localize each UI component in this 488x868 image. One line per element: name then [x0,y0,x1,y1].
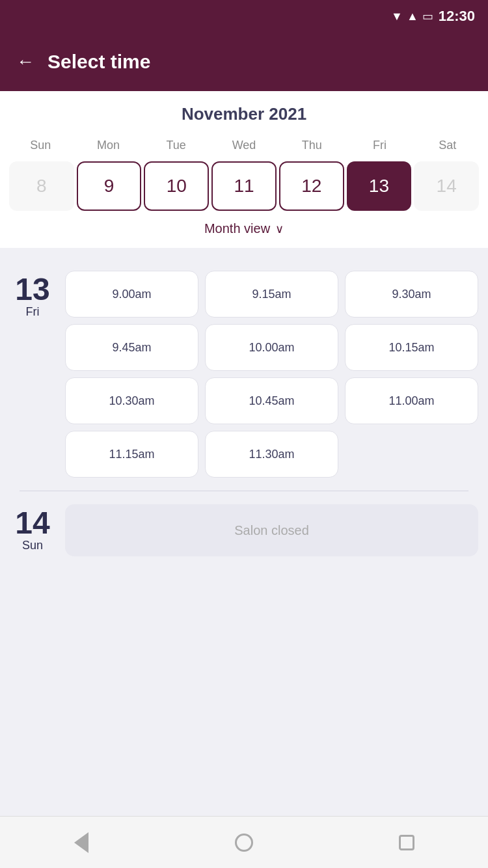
time-slot-1100[interactable]: 11.00am [345,377,478,424]
battery-icon: ▭ [422,9,433,23]
day-section-14: 14 Sun Salon closed [10,495,478,566]
bottom-nav [0,816,488,868]
closed-slot: Salon closed [65,504,478,556]
month-year-label: November 2021 [7,104,481,124]
day-header-wed: Wed [210,136,278,155]
day-cell-8[interactable]: 8 [9,161,74,211]
slots-container: 13 Fri 9.00am 9.15am 9.30am 9.45am 10.00… [0,248,488,579]
month-view-toggle[interactable]: Month view ∨ [7,211,481,248]
calendar-section: November 2021 Sun Mon Tue Wed Thu Fri Sa… [0,91,488,248]
header: ← Select time [0,33,488,91]
time-slot-1030[interactable]: 10.30am [65,377,198,424]
status-bar: ▼ ▲ ▭ 12:30 [0,0,488,33]
status-icons: ▼ ▲ ▭ [391,9,433,23]
nav-home-button[interactable] [228,826,260,859]
page-title: Select time [47,51,150,73]
time-slot-1130[interactable]: 11.30am [205,431,338,478]
back-nav-icon [74,832,88,853]
day-cell-14[interactable]: 14 [414,161,479,211]
day-name-13: Fri [26,305,40,319]
status-time: 12:30 [439,8,475,25]
day-label-13: 13 Fri [10,271,55,478]
day-label-14: 14 Sun [10,504,55,556]
day-header-sun: Sun [7,136,74,155]
time-slot-930[interactable]: 9.30am [345,271,478,318]
day-cell-9[interactable]: 9 [77,161,142,211]
day-header-tue: Tue [142,136,210,155]
slots-grid-13: 9.00am 9.15am 9.30am 9.45am 10.00am 10.1… [65,271,478,478]
month-view-label: Month view [204,221,270,236]
day-header-fri: Fri [346,136,413,155]
chevron-down-icon: ∨ [275,222,284,236]
nav-recent-button[interactable] [390,826,423,859]
signal-icon: ▲ [407,10,418,23]
back-button[interactable]: ← [16,51,34,72]
day-number-14: 14 [15,508,49,539]
day-cell-11[interactable]: 11 [211,161,277,211]
home-nav-icon [235,834,253,852]
day-section-13: 13 Fri 9.00am 9.15am 9.30am 9.45am 10.00… [10,261,478,487]
nav-back-button[interactable] [65,826,98,859]
day-number-13: 13 [15,274,49,305]
day-header-sat: Sat [414,136,481,155]
time-slot-1000[interactable]: 10.00am [205,324,338,371]
day-header-thu: Thu [278,136,346,155]
day-headers: Sun Mon Tue Wed Thu Fri Sat [7,136,481,155]
day-cell-13[interactable]: 13 [347,161,412,211]
day-header-mon: Mon [74,136,142,155]
time-slot-1115[interactable]: 11.15am [65,431,198,478]
time-slot-915[interactable]: 9.15am [205,271,338,318]
time-slot-900[interactable]: 9.00am [65,271,198,318]
day-name-14: Sun [22,539,43,552]
day-cell-10[interactable]: 10 [144,161,209,211]
time-slot-1015[interactable]: 10.15am [345,324,478,371]
time-slot-1045[interactable]: 10.45am [205,377,338,424]
wifi-icon: ▼ [391,10,403,23]
day-divider [20,491,468,491]
week-row: 8 9 10 11 12 13 14 [7,161,481,211]
time-slot-945[interactable]: 9.45am [65,324,198,371]
recent-nav-icon [399,835,414,850]
day-cell-12[interactable]: 12 [279,161,344,211]
